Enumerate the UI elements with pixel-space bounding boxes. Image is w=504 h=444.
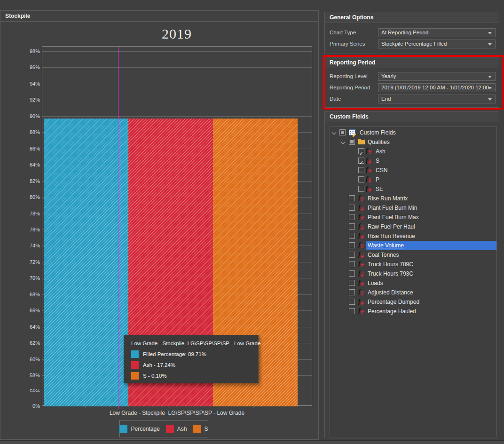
checkbox-checked[interactable]: ✓ <box>358 158 364 164</box>
y-axis-tick-label: 58% <box>21 373 40 378</box>
custom-fields-icon <box>349 129 355 135</box>
chevron-down-icon[interactable] <box>341 140 346 144</box>
tree-item-raw-fuel-per-haul[interactable]: f#Raw Fuel Per Haul <box>330 222 496 231</box>
y-axis-tick-label: 76% <box>21 227 40 232</box>
y-axis-tick-label: 80% <box>21 195 40 200</box>
reporting-period-group: Reporting Period Reporting LevelYearlyRe… <box>324 57 499 108</box>
custom-fields-group: Custom Fields Custom FieldsQualities✓f#A… <box>324 111 499 438</box>
y-axis-tick-label: 98% <box>21 49 40 54</box>
tree-item-qualities[interactable]: Qualities <box>330 137 496 147</box>
y-axis-tick-label-clipped: 56% <box>21 389 40 392</box>
bar-percentage[interactable] <box>44 119 128 406</box>
y-axis-tick-label: 90% <box>21 114 40 119</box>
checkbox-empty[interactable] <box>349 195 355 201</box>
x-axis-tick <box>253 406 253 408</box>
tree-item-s[interactable]: ✓f#S <box>330 156 496 166</box>
numeric-field-icon: f# <box>358 214 366 221</box>
y-axis-tick-label: 72% <box>21 260 40 265</box>
checkbox-empty[interactable] <box>349 205 355 211</box>
checkbox-empty[interactable] <box>349 223 355 230</box>
tree-item-truck-hours-793c[interactable]: f#Truck Hours 793C <box>330 269 496 278</box>
general-primary-series-dropdown[interactable]: Stockpile Percentage Filled <box>378 40 496 48</box>
y-gridline <box>42 100 312 100</box>
tree-item-coal-tonnes[interactable]: f#Coal Tonnes <box>330 250 496 260</box>
numeric-field-icon: f# <box>358 270 366 278</box>
tree-item-csn[interactable]: f#CSN <box>330 166 496 175</box>
tree-item-ash[interactable]: ✓f#Ash <box>330 147 496 156</box>
tree-item-percentage-dumped[interactable]: f#Percentage Dumped <box>330 297 496 307</box>
checkbox-empty[interactable] <box>358 176 364 182</box>
stockpile-panel: Stockpile 2019 98%96%94%92%90%88%86%84%8… <box>0 10 319 440</box>
tree-item-loads[interactable]: f#Loads <box>330 278 496 288</box>
checkbox-empty[interactable] <box>349 242 355 248</box>
tree-item-custom-fields[interactable]: Custom Fields <box>330 128 496 137</box>
tooltip-row: Filled Percentage: 89.71% <box>131 350 251 358</box>
tree-item-label: S <box>376 158 379 164</box>
custom-fields-header: Custom Fields <box>325 111 499 122</box>
tree-item-label: Adjusted Distance <box>368 289 413 296</box>
check-icon: ✓ <box>359 160 363 166</box>
y-axis-tick-label: 66% <box>21 308 40 313</box>
tree-item-truck-hours-789c[interactable]: f#Truck Hours 789C <box>330 260 496 269</box>
numeric-field-icon: f# <box>358 242 366 249</box>
custom-fields-tree[interactable]: Custom FieldsQualities✓f#Ash✓f#Sf#CSNf#P… <box>330 127 497 437</box>
tree-item-rise-run-revenue[interactable]: f#Rise Run Revenue <box>330 231 496 241</box>
tooltip-swatch <box>131 350 139 358</box>
y-axis-tick-label: 70% <box>21 276 40 281</box>
checkbox-empty[interactable] <box>349 261 355 267</box>
checkbox-indeterminate[interactable] <box>349 139 355 145</box>
tree-item-p[interactable]: f#P <box>330 175 496 184</box>
checkbox-empty[interactable] <box>349 299 355 305</box>
tooltip-text: Ash - 17.24% <box>143 362 175 368</box>
numeric-field-icon: f# <box>358 223 366 230</box>
legend-label: Ash <box>177 426 187 432</box>
checkbox-empty[interactable] <box>349 280 355 286</box>
y-axis-tick-label: 60% <box>21 357 40 362</box>
tree-item-label: Truck Hours 793C <box>368 270 413 277</box>
checkbox-empty[interactable] <box>349 233 355 239</box>
tree-item-label: Rise Run Matrix <box>368 195 408 202</box>
chevron-down-icon <box>488 87 492 89</box>
checkbox-empty[interactable] <box>358 167 364 173</box>
tree-item-label: Plant Fuel Burn Max <box>368 214 419 221</box>
numeric-field-icon: f# <box>358 289 366 296</box>
pencil-icon <box>352 133 356 137</box>
checkbox-empty[interactable] <box>349 214 355 220</box>
tree-item-plant-fuel-burn-max[interactable]: f#Plant Fuel Burn Max <box>330 213 496 222</box>
chevron-down-icon[interactable] <box>332 130 337 135</box>
tree-item-label: Ash <box>376 148 386 155</box>
tree-item-percentage-hauled[interactable]: f#Percentage Hauled <box>330 307 496 316</box>
panel-title: Stockpile <box>5 13 30 19</box>
panel-header[interactable]: Stockpile <box>0 11 318 22</box>
reporting-reporting-level-dropdown[interactable]: Yearly <box>378 72 496 81</box>
field-row-date: DateEnd <box>330 95 496 103</box>
tree-item-rise-run-matrix[interactable]: f#Rise Run Matrix <box>330 194 496 203</box>
tree-item-label: Plant Fuel Burn Min <box>368 205 417 211</box>
checkbox-empty[interactable] <box>349 252 355 258</box>
tooltip-swatch <box>131 361 139 369</box>
tree-item-label: Qualities <box>368 139 390 145</box>
checkbox-empty[interactable] <box>358 186 364 192</box>
checkbox-checked[interactable]: ✓ <box>358 148 364 154</box>
tree-item-adjusted-distance[interactable]: f#Adjusted Distance <box>330 288 496 297</box>
y-axis-tick-label: 86% <box>21 146 40 151</box>
checkbox-indeterminate[interactable] <box>339 129 346 135</box>
tree-item-plant-fuel-burn-min[interactable]: f#Plant Fuel Burn Min <box>330 203 496 213</box>
y-gridline <box>42 67 312 68</box>
tree-item-label: P <box>376 176 379 183</box>
x-axis-label: Low Grade - Stockpile_LG\SP\SP\SP\SP - L… <box>42 410 312 416</box>
tree-item-waste-volume[interactable]: f#Waste Volume <box>330 241 496 250</box>
checkbox-empty[interactable] <box>349 308 355 314</box>
tree-item-se[interactable]: f#SE <box>330 184 496 194</box>
reporting-reporting-period-dropdown[interactable]: 2019 (1/01/2019 12:00 AM - 1/01/2020 12:… <box>378 83 496 92</box>
legend-item-ash: Ash <box>166 425 187 433</box>
y-axis-tick-label: 74% <box>21 243 40 248</box>
tree-item-label: Percentage Hauled <box>368 308 416 315</box>
tree-item-label: SE <box>376 186 383 192</box>
checkbox-empty[interactable] <box>349 270 355 277</box>
checkbox-empty[interactable] <box>349 289 355 295</box>
general-chart-type-dropdown[interactable]: At Reporting Period <box>378 28 496 37</box>
reporting-date-dropdown[interactable]: End <box>378 95 496 103</box>
crosshair-axis-tick <box>118 406 118 409</box>
legend-label: S <box>205 426 208 432</box>
